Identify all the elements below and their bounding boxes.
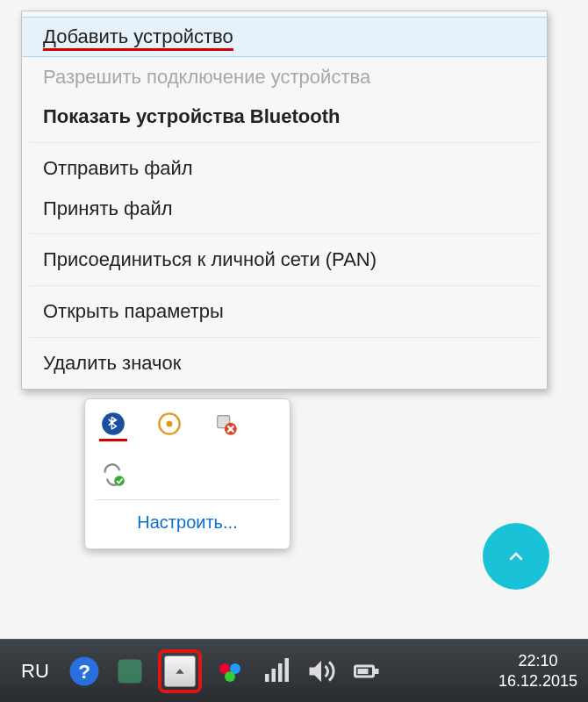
scroll-up-fab[interactable] <box>483 523 549 590</box>
menu-item-remove-icon[interactable]: Удалить значок <box>22 343 547 383</box>
svg-point-11 <box>225 671 235 682</box>
menu-item-label: Показать устройства Bluetooth <box>43 105 340 127</box>
svg-rect-15 <box>284 658 289 682</box>
bluetooth-icon[interactable] <box>101 412 125 436</box>
taskbar: RU ? 22:10 16.12.2015 <box>0 639 588 702</box>
app-icon[interactable] <box>114 655 146 687</box>
language-indicator[interactable]: RU <box>21 660 49 683</box>
people-icon[interactable] <box>214 655 246 687</box>
menu-item-label: Удалить значок <box>43 352 181 374</box>
menu-item-allow-connect: Разрешить подключение устройства <box>22 57 547 97</box>
chevron-up-icon <box>506 546 527 567</box>
blocked-icon[interactable] <box>213 412 238 436</box>
svg-rect-12 <box>265 674 269 682</box>
tray-settings-link[interactable]: Настроить... <box>96 500 279 548</box>
menu-item-label: Принять файл <box>43 197 173 219</box>
svg-point-5 <box>114 476 125 486</box>
menu-item-label: Разрешить подключение устройства <box>43 66 370 88</box>
svg-rect-17 <box>375 669 379 674</box>
menu-item-label: Открыть параметры <box>43 300 224 322</box>
hidden-icons-grid <box>96 408 279 499</box>
show-hidden-icons-button[interactable] <box>164 655 196 687</box>
svg-rect-18 <box>357 669 368 674</box>
triangle-up-icon <box>173 664 187 678</box>
menu-separator <box>29 285 540 286</box>
menu-item-label: Отправить файл <box>43 157 193 179</box>
menu-separator <box>29 233 540 234</box>
bluetooth-context-menu: Добавить устройство Разрешить подключени… <box>21 11 548 390</box>
power-icon[interactable] <box>351 655 383 687</box>
menu-item-label: Присоединиться к личной сети (PAN) <box>43 248 376 270</box>
menu-item-receive-file[interactable]: Принять файл <box>22 189 547 229</box>
hidden-icons-flyout: Настроить... <box>84 398 290 549</box>
taskbar-clock[interactable]: 22:10 16.12.2015 <box>498 651 577 691</box>
svg-point-2 <box>167 421 173 427</box>
menu-item-show-bt-devices[interactable]: Показать устройства Bluetooth <box>22 97 547 137</box>
sync-ok-icon[interactable] <box>101 462 125 487</box>
menu-separator <box>29 337 540 338</box>
menu-item-label: Добавить устройство <box>43 25 233 51</box>
desktop-background: Добавить устройство Разрешить подключени… <box>0 0 588 639</box>
menu-item-open-settings[interactable]: Открыть параметры <box>22 291 547 332</box>
menu-separator <box>29 142 540 143</box>
network-icon[interactable] <box>260 655 291 687</box>
help-icon[interactable]: ? <box>68 655 100 687</box>
safely-remove-icon[interactable] <box>157 412 182 436</box>
show-hidden-highlight <box>158 649 202 693</box>
volume-icon[interactable] <box>305 655 337 687</box>
svg-rect-8 <box>118 659 141 683</box>
clock-time: 22:10 <box>498 651 577 671</box>
menu-item-add-device[interactable]: Добавить устройство <box>22 17 547 57</box>
svg-rect-13 <box>271 669 276 682</box>
svg-rect-14 <box>278 663 283 682</box>
menu-item-send-file[interactable]: Отправить файл <box>22 148 547 189</box>
menu-item-join-pan[interactable]: Присоединиться к личной сети (PAN) <box>22 240 547 280</box>
svg-text:?: ? <box>78 660 90 682</box>
clock-date: 16.12.2015 <box>498 671 577 691</box>
